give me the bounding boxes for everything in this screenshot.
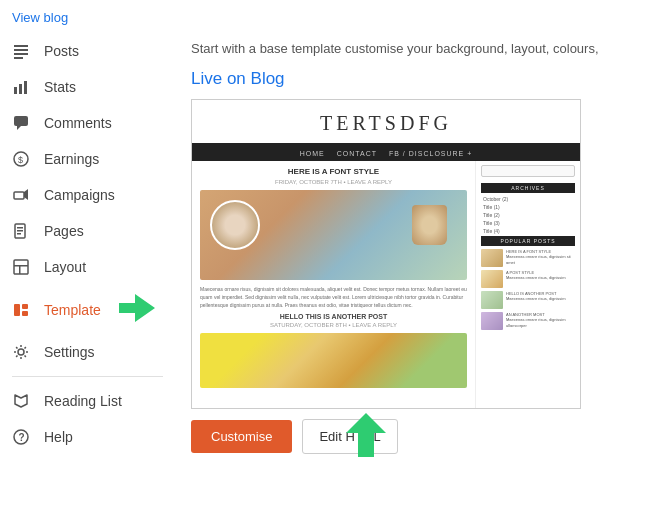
sidebar-item-template[interactable]: Template — [0, 285, 175, 334]
preview-archive-link-3: Title (2) — [481, 212, 575, 218]
preview-popular-text-2: A POST STYLEMaecenas ornare risus, digni… — [506, 270, 566, 281]
template-icon — [12, 301, 30, 319]
preview-main-col: HERE IS A FONT STYLE FRIDAY, OCTOBER 7TH… — [192, 161, 475, 409]
preview-popular-thumb-2 — [481, 270, 503, 288]
preview-popular-item-1: HERE IS A FONT STYLEMaecenas ornare risu… — [481, 249, 575, 267]
svg-marker-8 — [17, 126, 21, 130]
svg-rect-21 — [22, 304, 28, 309]
preview-image-main — [200, 190, 467, 280]
svg-rect-16 — [17, 233, 21, 235]
preview-cup — [412, 205, 447, 245]
preview-popular-item-3: HELLO IS ANOTHER POSTMaecenas ornare ris… — [481, 291, 575, 309]
svg-marker-23 — [119, 294, 155, 322]
preview-sidebar-col: ARCHIVES October (2) Title (1) Title (2)… — [475, 161, 580, 409]
sidebar-item-layout[interactable]: Layout — [0, 249, 175, 285]
preview-image2 — [200, 333, 467, 388]
preview-popular-thumb-3 — [481, 291, 503, 309]
sidebar-item-comments[interactable]: Comments — [0, 105, 175, 141]
preview-popular-item-4: AN ANOTHER MOSTMaecenas ornare risus, di… — [481, 312, 575, 330]
earnings-icon: $ — [12, 150, 30, 168]
view-blog-link[interactable]: View blog — [0, 0, 668, 29]
template-arrow-indicator — [119, 294, 155, 325]
preview-archive-link-5: Title (4) — [481, 228, 575, 234]
sidebar-item-label-help: Help — [44, 429, 73, 445]
sidebar-item-label-reading-list: Reading List — [44, 393, 122, 409]
preview-nav-home: HOME — [300, 150, 325, 157]
svg-text:?: ? — [19, 432, 25, 443]
preview-popular-section: POPULAR POSTS — [481, 236, 575, 246]
svg-rect-3 — [14, 57, 23, 59]
svg-rect-1 — [14, 49, 28, 51]
svg-rect-17 — [14, 260, 28, 274]
svg-text:$: $ — [18, 155, 23, 165]
preview-plate — [210, 200, 260, 250]
preview-popular-item-2: A POST STYLEMaecenas ornare risus, digni… — [481, 270, 575, 288]
preview-post1-title: HERE IS A FONT STYLE — [200, 167, 467, 176]
sidebar-item-pages[interactable]: Pages — [0, 213, 175, 249]
svg-rect-5 — [19, 84, 22, 94]
svg-rect-15 — [17, 230, 23, 232]
preview-post2-title: HELLO THIS IS ANOTHER POST — [200, 313, 467, 320]
svg-rect-11 — [14, 192, 24, 199]
svg-rect-19 — [19, 265, 21, 274]
sidebar-item-label-layout: Layout — [44, 259, 86, 275]
sidebar: Posts Stats Comments $ Earnings — [0, 29, 175, 514]
svg-rect-7 — [14, 116, 28, 126]
preview-archive-link-1: October (2) — [481, 196, 575, 202]
sidebar-item-label-stats: Stats — [44, 79, 76, 95]
preview-nav-fb: FB / DISCLOSURE + — [389, 150, 472, 157]
live-blog-label: Live on Blog — [191, 69, 652, 89]
sidebar-item-label-posts: Posts — [44, 43, 79, 59]
preview-text-block1: Maecenas ornare risus, dignissim sit dol… — [200, 285, 467, 309]
preview-popular-text-4: AN ANOTHER MOSTMaecenas ornare risus, di… — [506, 312, 575, 329]
description-text: Start with a base template customise you… — [191, 39, 652, 59]
help-icon: ? — [12, 428, 30, 446]
edit-html-arrow-indicator — [346, 413, 386, 460]
svg-rect-14 — [17, 227, 23, 229]
blog-preview: TERTSDFG HOME CONTACT FB / DISCLOSURE + … — [191, 99, 581, 409]
preview-nav-contact: CONTACT — [337, 150, 377, 157]
svg-rect-4 — [14, 87, 17, 94]
action-buttons: Customise Edit HTML — [191, 419, 652, 454]
sidebar-item-help[interactable]: ? Help — [0, 419, 175, 455]
preview-nav: HOME CONTACT FB / DISCLOSURE + — [192, 146, 580, 161]
campaigns-icon — [12, 186, 30, 204]
preview-title: TERTSDFG — [192, 100, 580, 146]
customise-button[interactable]: Customise — [191, 420, 292, 453]
sidebar-item-campaigns[interactable]: Campaigns — [0, 177, 175, 213]
sidebar-divider — [12, 376, 163, 377]
reading-list-icon — [12, 392, 30, 410]
pages-icon — [12, 222, 30, 240]
preview-popular-thumb-4 — [481, 312, 503, 330]
sidebar-item-label-comments: Comments — [44, 115, 112, 131]
sidebar-item-stats[interactable]: Stats — [0, 69, 175, 105]
preview-popular-text-3: HELLO IS ANOTHER POSTMaecenas ornare ris… — [506, 291, 566, 302]
preview-archive-link-2: Title (1) — [481, 204, 575, 210]
sidebar-item-posts[interactable]: Posts — [0, 33, 175, 69]
posts-icon — [12, 42, 30, 60]
sidebar-item-settings[interactable]: Settings — [0, 334, 175, 370]
svg-rect-18 — [14, 265, 28, 267]
sidebar-item-label-campaigns: Campaigns — [44, 187, 115, 203]
sidebar-item-label-earnings: Earnings — [44, 151, 99, 167]
comments-icon — [12, 114, 30, 132]
preview-popular-thumb-1 — [481, 249, 503, 267]
sidebar-item-label-settings: Settings — [44, 344, 95, 360]
preview-post1-meta: FRIDAY, OCTOBER 7TH • LEAVE A REPLY — [200, 179, 467, 185]
sidebar-item-label-pages: Pages — [44, 223, 84, 239]
svg-rect-22 — [22, 311, 28, 316]
svg-rect-6 — [24, 81, 27, 94]
sidebar-item-label-template: Template — [44, 302, 101, 318]
sidebar-item-earnings[interactable]: $ Earnings — [0, 141, 175, 177]
main-content: Start with a base template customise you… — [175, 29, 668, 514]
svg-point-24 — [18, 349, 24, 355]
preview-post2-meta: SATURDAY, OCTOBER 8TH • LEAVE A REPLY — [200, 322, 467, 328]
preview-archive-link-4: Title (3) — [481, 220, 575, 226]
svg-rect-2 — [14, 53, 28, 55]
preview-popular-text-1: HERE IS A FONT STYLEMaecenas ornare risu… — [506, 249, 575, 266]
preview-search-box — [481, 165, 575, 177]
sidebar-item-reading-list[interactable]: Reading List — [0, 383, 175, 419]
preview-archives-section: ARCHIVES — [481, 183, 575, 193]
stats-icon — [12, 78, 30, 96]
preview-body: HERE IS A FONT STYLE FRIDAY, OCTOBER 7TH… — [192, 161, 580, 409]
